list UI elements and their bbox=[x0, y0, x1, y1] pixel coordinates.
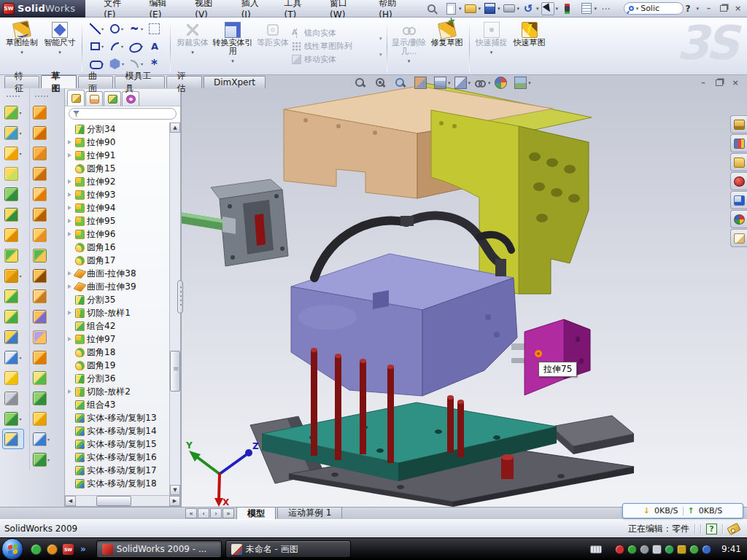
scrollbar-thumb[interactable] bbox=[170, 351, 180, 392]
expand-arrow-icon[interactable] bbox=[66, 376, 73, 382]
scrollbar-thumb[interactable] bbox=[96, 496, 131, 506]
repair-sketch-button[interactable]: 修复草图 bbox=[428, 20, 466, 73]
dropdown-caret-icon[interactable]: ▾ bbox=[379, 36, 382, 42]
surface-tool-button[interactable]: ▾ bbox=[31, 306, 53, 327]
search-box[interactable]: ▾ Solic bbox=[624, 2, 684, 15]
feature-tool-button[interactable]: ▾ bbox=[2, 265, 24, 286]
feature-tool-button[interactable]: ▾ bbox=[2, 368, 24, 388]
scroll-left-arrow[interactable]: ◀ bbox=[65, 496, 76, 506]
task-pane-tab[interactable] bbox=[730, 115, 747, 133]
quick-launch-chevron[interactable]: » bbox=[80, 544, 86, 554]
feature-tool-button[interactable]: ▾ bbox=[2, 184, 24, 204]
feature-tree-item[interactable]: 拉伸91 bbox=[66, 149, 169, 162]
dropdown-caret-icon[interactable]: ▾ bbox=[468, 80, 471, 86]
feature-tree-item[interactable]: 拉伸97 bbox=[66, 332, 169, 346]
expand-arrow-icon[interactable] bbox=[66, 166, 73, 172]
feature-tool-button[interactable]: ▾ bbox=[2, 163, 24, 184]
tray-icon[interactable] bbox=[689, 545, 699, 554]
task-pane-tab[interactable] bbox=[730, 191, 747, 209]
panel-splitter-handle[interactable] bbox=[177, 280, 183, 314]
surface-tool-button[interactable]: ▾ bbox=[31, 143, 53, 163]
tray-icon[interactable] bbox=[615, 545, 624, 554]
toolbar-icon[interactable] bbox=[580, 2, 593, 15]
view-tool-icon[interactable] bbox=[374, 77, 387, 89]
expand-arrow-icon[interactable] bbox=[66, 349, 73, 356]
dropdown-caret-icon[interactable]: ▾ bbox=[58, 48, 61, 57]
expand-arrow-icon[interactable] bbox=[66, 284, 73, 290]
surface-tool-button[interactable]: ▾ bbox=[31, 122, 53, 143]
feature-tool-button[interactable]: ▾ bbox=[2, 225, 24, 245]
scroll-down-arrow[interactable]: ▼ bbox=[170, 485, 180, 495]
sketch-entity-button[interactable]: ▾ bbox=[107, 38, 126, 55]
tray-icon[interactable] bbox=[677, 545, 686, 554]
expand-arrow-icon[interactable] bbox=[66, 257, 73, 264]
messenger-icon[interactable] bbox=[31, 544, 42, 555]
surface-tool-button[interactable]: ▾ bbox=[31, 429, 53, 449]
dropdown-caret-icon[interactable]: ▾ bbox=[556, 6, 559, 12]
dropdown-caret-icon[interactable]: ▾ bbox=[488, 80, 491, 86]
sketch-entity-button[interactable]: ▾ bbox=[126, 38, 146, 55]
dropdown-caret-icon[interactable]: ▾ bbox=[459, 6, 462, 12]
feature-tool-button[interactable]: ▾ bbox=[2, 143, 24, 163]
tab-nav-button[interactable]: « bbox=[185, 508, 197, 518]
linear-sketch-pattern-button[interactable]: 线性草图阵列 bbox=[292, 41, 378, 52]
expand-arrow-icon[interactable] bbox=[66, 362, 73, 369]
feature-tree-item[interactable]: 组合42 bbox=[66, 319, 169, 332]
surface-tool-button[interactable]: ▾ bbox=[31, 102, 53, 122]
trim-entities-button[interactable]: 剪裁实体 ▾ bbox=[174, 20, 212, 73]
feature-tool-button[interactable]: ▾ bbox=[2, 327, 24, 347]
toolbar-icon[interactable] bbox=[599, 2, 612, 15]
tab-nav-button[interactable]: » bbox=[222, 508, 234, 518]
dropdown-caret-icon[interactable]: ▾ bbox=[479, 6, 481, 12]
expand-arrow-icon[interactable] bbox=[66, 441, 73, 448]
model-canvas[interactable]: Y Z X X bbox=[182, 75, 747, 507]
expand-arrow-icon[interactable] bbox=[66, 179, 73, 185]
sketch-entity-button[interactable]: ▾ bbox=[107, 20, 126, 38]
doc-minimize-button[interactable]: – bbox=[697, 77, 709, 88]
surface-tool-button[interactable]: ▾ bbox=[31, 388, 53, 408]
feature-tree-item[interactable]: 拉伸96 bbox=[66, 228, 169, 241]
feature-tree-item[interactable]: 分割35 bbox=[66, 293, 169, 306]
expand-arrow-icon[interactable] bbox=[66, 152, 73, 159]
expand-arrow-icon[interactable] bbox=[66, 192, 73, 198]
expand-arrow-icon[interactable] bbox=[66, 323, 73, 330]
filter-input[interactable] bbox=[69, 108, 177, 120]
feature-tree-item[interactable]: 拉伸95 bbox=[66, 214, 169, 228]
toolbar-icon[interactable] bbox=[503, 2, 516, 15]
model-tab[interactable]: 模型 bbox=[236, 507, 276, 519]
solidworks-launch-icon[interactable]: SW bbox=[63, 544, 74, 555]
toolbar-icon[interactable] bbox=[522, 2, 535, 15]
offset-entities-button[interactable]: 等距实体 bbox=[254, 20, 292, 73]
task-button[interactable]: 未命名 - 画图 bbox=[225, 540, 351, 558]
toolbar-icon[interactable] bbox=[541, 2, 554, 15]
toolbar-icon[interactable] bbox=[483, 2, 496, 15]
sketch-entity-button[interactable]: ▾ bbox=[146, 20, 166, 38]
browser-ball-icon[interactable] bbox=[47, 544, 58, 555]
expand-arrow-icon[interactable] bbox=[66, 231, 73, 238]
search-input[interactable]: Solic bbox=[640, 4, 659, 13]
tab-nav-button[interactable]: ‹ bbox=[198, 508, 209, 518]
dropdown-caret-icon[interactable]: ▾ bbox=[517, 6, 520, 12]
panel-tab[interactable] bbox=[67, 90, 85, 106]
tray-icon[interactable] bbox=[627, 545, 637, 554]
feature-tree-item[interactable]: 实体-移动/复制14 bbox=[66, 424, 169, 438]
feature-tree-item[interactable]: 圆角18 bbox=[66, 346, 169, 359]
surface-tool-button[interactable]: ▾ bbox=[31, 368, 53, 388]
task-pane-tab[interactable] bbox=[730, 134, 747, 152]
feature-tool-button[interactable]: ▾ bbox=[2, 102, 24, 122]
graphics-viewport[interactable]: Y Z X X ▾ ▾ bbox=[181, 75, 747, 507]
command-tab[interactable]: 曲面 bbox=[78, 76, 113, 88]
feature-tool-button[interactable]: ▾ bbox=[2, 388, 24, 408]
view-tool-icon[interactable] bbox=[414, 77, 427, 89]
feature-tree-item[interactable]: 切除-放样1 bbox=[66, 306, 169, 319]
scroll-up-arrow[interactable]: ▲ bbox=[170, 122, 180, 133]
sketch-entity-button[interactable]: ▾ bbox=[107, 55, 126, 73]
expand-arrow-icon[interactable] bbox=[66, 205, 73, 211]
tray-icon[interactable] bbox=[702, 545, 711, 554]
display-delete-relations-button[interactable]: 显示/删除几... ▾ bbox=[390, 20, 428, 73]
expand-arrow-icon[interactable] bbox=[66, 244, 73, 251]
quick-tips-icon[interactable]: ? bbox=[706, 524, 717, 534]
dropdown-caret-icon[interactable]: ▾ bbox=[20, 48, 23, 57]
expand-arrow-icon[interactable] bbox=[66, 389, 73, 395]
view-tool-icon[interactable] bbox=[394, 77, 406, 89]
